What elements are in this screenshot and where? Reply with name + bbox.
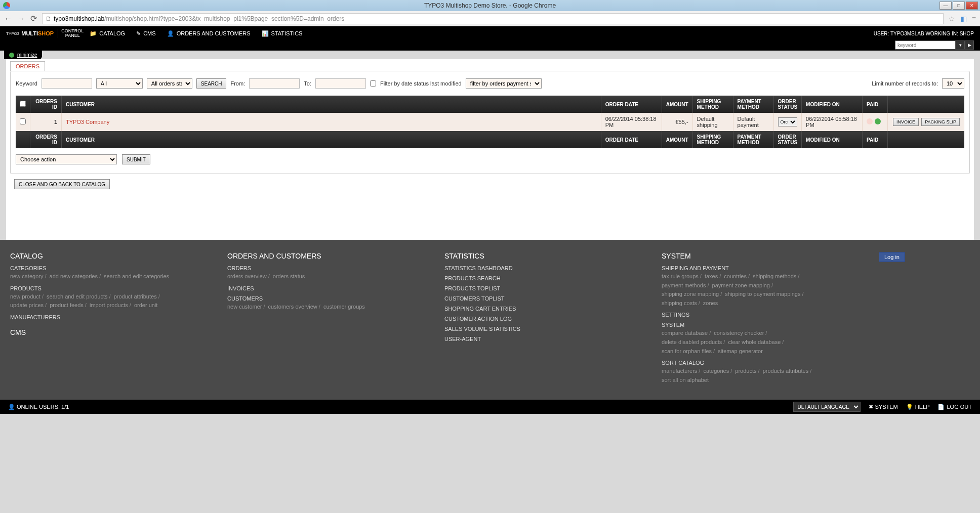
link-payment-zone-mapping[interactable]: payment zone mapping bbox=[712, 282, 770, 288]
link-orders-overview[interactable]: orders overview bbox=[227, 273, 267, 279]
th-customer[interactable]: CUSTOMER bbox=[62, 96, 601, 113]
link-sort-product-attributes[interactable]: products attributes bbox=[763, 368, 809, 374]
link-tax-rule-groups[interactable]: tax rule groups bbox=[662, 273, 699, 279]
to-input[interactable] bbox=[315, 78, 366, 89]
maximize-window-button[interactable]: □ bbox=[953, 2, 965, 10]
link-order-unit[interactable]: order unit bbox=[134, 302, 157, 308]
topbar-search-input[interactable] bbox=[895, 40, 956, 50]
chrome-menu-icon[interactable]: ≡ bbox=[972, 15, 976, 23]
bookmark-icon[interactable]: ☆ bbox=[949, 15, 955, 23]
link-user-agent[interactable]: USER-AGENT bbox=[444, 336, 641, 342]
link-add-categories[interactable]: add new categories bbox=[50, 273, 98, 279]
filter-date-checkbox[interactable] bbox=[370, 80, 376, 87]
orders-status-select[interactable]: All orders status bbox=[147, 78, 192, 89]
from-input[interactable] bbox=[249, 78, 300, 89]
link-delete-disabled[interactable]: delete disabled products bbox=[662, 339, 722, 345]
paid-dot-paid-icon[interactable] bbox=[875, 118, 881, 124]
footer-manufacturers[interactable]: MANUFACTURERS bbox=[10, 314, 207, 320]
link-sort-categories[interactable]: categories bbox=[703, 368, 729, 374]
link-customers-overview[interactable]: customers overview bbox=[268, 304, 317, 310]
footer-products[interactable]: PRODUCTS bbox=[10, 285, 207, 291]
link-customer-groups[interactable]: customer groups bbox=[323, 304, 365, 310]
payment-status-select[interactable]: filter by orders payment status bbox=[466, 78, 542, 89]
row-status-select[interactable]: Orc bbox=[778, 117, 797, 126]
back-button[interactable]: ← bbox=[4, 14, 12, 23]
row-checkbox[interactable] bbox=[20, 118, 26, 124]
footer-invoices[interactable]: INVOICES bbox=[227, 285, 424, 291]
link-zones[interactable]: zones bbox=[703, 300, 718, 306]
invoice-button[interactable]: INVOICE bbox=[893, 118, 919, 126]
footer-settings[interactable]: SETTINGS bbox=[662, 312, 859, 318]
link-stats-dashboard[interactable]: STATISTICS DASHBOARD bbox=[444, 265, 641, 271]
link-new-category[interactable]: new category bbox=[10, 273, 43, 279]
forward-button[interactable]: → bbox=[17, 14, 25, 23]
nav-cms[interactable]: ✎CMS bbox=[136, 30, 155, 37]
bottombar-logout[interactable]: 📄LOG OUT bbox=[937, 404, 972, 410]
link-products-toplist[interactable]: PRODUCTS TOPLIST bbox=[444, 285, 641, 291]
url-bar[interactable]: 🗋 typo3multishop.lab /multishop/shop.htm… bbox=[42, 13, 944, 24]
link-new-product[interactable]: new product bbox=[10, 293, 40, 300]
customer-link[interactable]: TYPO3 Company bbox=[66, 119, 109, 125]
th-order-date[interactable]: ORDER DATE bbox=[601, 96, 662, 113]
link-update-prices[interactable]: update prices bbox=[10, 302, 44, 308]
reload-button[interactable]: ⟳ bbox=[30, 14, 37, 23]
link-sort-all[interactable]: sort all on alphabet bbox=[662, 377, 709, 383]
link-sort-products[interactable]: products bbox=[735, 368, 756, 374]
link-search-products[interactable]: search and edit products bbox=[47, 293, 107, 300]
nav-orders[interactable]: 👤ORDERS AND CUSTOMERS bbox=[167, 30, 251, 37]
table-row[interactable]: 1 TYPO3 Company 06/22/2014 05:38:18 PM €… bbox=[16, 113, 964, 131]
link-compare-db[interactable]: compare database bbox=[662, 330, 708, 336]
footer-customers[interactable]: CUSTOMERS bbox=[227, 295, 424, 302]
link-new-customer[interactable]: new customer bbox=[227, 304, 262, 310]
paid-dot-unpaid-icon[interactable] bbox=[867, 118, 873, 124]
type-select[interactable]: All bbox=[96, 78, 143, 89]
th-amount[interactable]: AMOUNT bbox=[662, 96, 692, 113]
choose-action-select[interactable]: Choose action bbox=[16, 154, 117, 164]
submit-button[interactable]: SUBMIT bbox=[122, 154, 150, 164]
footer-categories[interactable]: CATEGORIES bbox=[10, 265, 207, 271]
bottombar-help[interactable]: 💡HELP bbox=[906, 404, 930, 410]
link-products-search[interactable]: PRODUCTS SEARCH bbox=[444, 275, 641, 281]
minimize-bar[interactable]: minimize bbox=[4, 51, 42, 59]
login-button[interactable]: Log in bbox=[879, 252, 905, 262]
footer-orders[interactable]: ORDERS bbox=[227, 265, 424, 271]
link-consistency-checker[interactable]: consistency checker bbox=[714, 330, 764, 336]
link-customers-toplist[interactable]: CUSTOMERS TOPLIST bbox=[444, 295, 641, 302]
search-go-button[interactable]: ▶ bbox=[965, 40, 974, 50]
link-shipping-payment-mappings[interactable]: shipping to payment mappings bbox=[725, 291, 800, 297]
minimize-link[interactable]: minimize bbox=[17, 52, 37, 58]
link-action-log[interactable]: CUSTOMER ACTION LOG bbox=[444, 316, 641, 322]
link-import-products[interactable]: import products bbox=[90, 302, 128, 308]
link-taxes[interactable]: taxes bbox=[705, 273, 718, 279]
select-all-checkbox[interactable] bbox=[20, 101, 26, 107]
th-shipping[interactable]: SHIPPING METHOD bbox=[692, 96, 733, 113]
link-cart-entries[interactable]: SHOPPING CART ENTRIES bbox=[444, 306, 641, 312]
link-search-categories[interactable]: search and edit categories bbox=[104, 273, 169, 279]
th-modified[interactable]: MODIFIED ON bbox=[802, 96, 863, 113]
extension-icon[interactable]: ◧ bbox=[960, 15, 967, 23]
link-shipping-methods[interactable]: shipping methods bbox=[753, 273, 796, 279]
limit-select[interactable]: 10 bbox=[942, 78, 964, 89]
logo[interactable]: TYPO3 MULTISHOP bbox=[6, 30, 54, 36]
link-sales-volume[interactable]: SALES VOLUME STATISTICS bbox=[444, 326, 641, 332]
link-product-attributes[interactable]: product attributes bbox=[114, 293, 157, 300]
packing-slip-button[interactable]: PACKING SLIP bbox=[921, 118, 960, 126]
footer-shipping-payment[interactable]: SHIPPING AND PAYMENT bbox=[662, 265, 859, 271]
nav-catalog[interactable]: 📁CATALOG bbox=[90, 30, 125, 37]
link-payment-methods[interactable]: payment methods bbox=[662, 282, 706, 288]
th-payment[interactable]: PAYMENT METHOD bbox=[733, 96, 773, 113]
nav-stats[interactable]: 📊STATISTICS bbox=[262, 30, 303, 37]
search-dropdown-button[interactable]: ▾ bbox=[956, 40, 965, 50]
th-paid[interactable]: PAID bbox=[863, 96, 888, 113]
link-product-feeds[interactable]: product feeds bbox=[50, 302, 84, 308]
language-select[interactable]: DEFAULT LANGUAGE bbox=[793, 402, 861, 412]
link-orders-status[interactable]: orders status bbox=[273, 273, 305, 279]
minimize-window-button[interactable]: — bbox=[940, 2, 952, 10]
th-orders-id[interactable]: ORDERS ID bbox=[30, 96, 62, 113]
close-window-button[interactable]: ✕ bbox=[966, 2, 978, 10]
link-sort-manufacturers[interactable]: manufacturers bbox=[662, 368, 697, 374]
link-sitemap[interactable]: sitemap generator bbox=[718, 348, 763, 354]
link-shipping-zone-mapping[interactable]: shipping zone mapping bbox=[662, 291, 719, 297]
th-status[interactable]: ORDER STATUS bbox=[773, 96, 802, 113]
link-countries[interactable]: countries bbox=[724, 273, 747, 279]
